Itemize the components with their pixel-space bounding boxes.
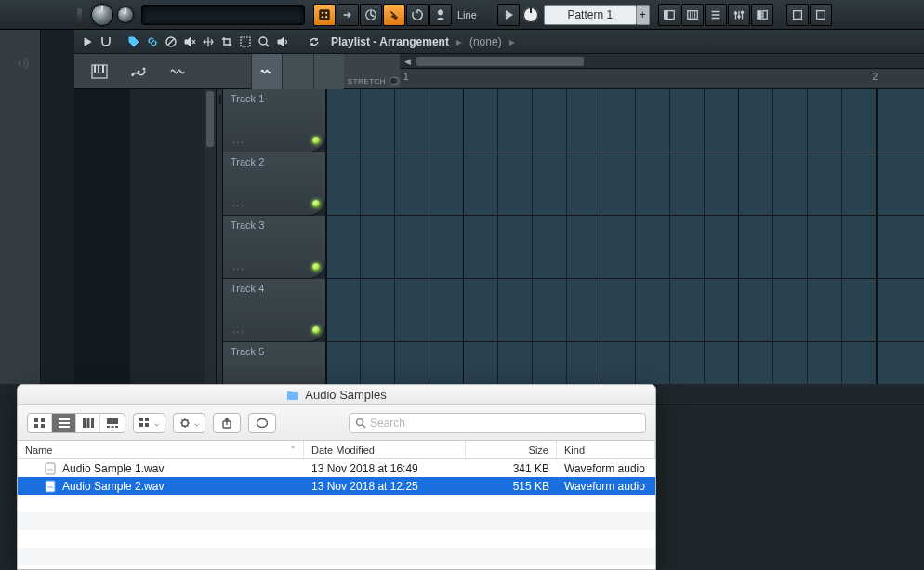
track-menu-icon[interactable]: ... [232, 323, 244, 336]
svg-point-11 [734, 11, 737, 14]
timeline-ruler[interactable]: 1 2 [400, 69, 924, 89]
mute-icon[interactable] [182, 34, 197, 49]
play-button[interactable] [497, 4, 520, 26]
blend-recording-button[interactable] [383, 4, 405, 26]
track-header[interactable]: Track 2 ... [223, 152, 325, 216]
file-date: 13 Nov 2018 at 16:49 [304, 462, 466, 475]
magnet-icon[interactable] [99, 34, 113, 49]
arrange-dropdown[interactable]: ⌵ [133, 413, 165, 433]
view-pianoroll-button[interactable] [681, 4, 704, 26]
playlist-header: Playlist - Arrangement ▸ (none) ▸ [74, 30, 924, 54]
sync-icon[interactable] [307, 34, 322, 49]
stretch-label: STRETCH [348, 77, 386, 86]
playlist-menu-icon[interactable] [80, 34, 95, 49]
main-volume-knob[interactable] [91, 4, 113, 26]
cpu-meter-icon [77, 8, 82, 27]
svg-rect-36 [59, 426, 70, 428]
tags-button[interactable] [248, 413, 276, 433]
finder-search-input[interactable] [370, 417, 640, 430]
zoom-icon[interactable] [257, 34, 271, 49]
link-icon[interactable] [145, 34, 160, 49]
playlist-grid[interactable] [325, 89, 924, 384]
scroll-left-icon[interactable]: ◀ [400, 54, 415, 69]
scroll-thumb[interactable] [416, 57, 584, 66]
crop-icon[interactable] [219, 34, 234, 49]
track-name: Track 2 [231, 156, 264, 167]
vscroll-thumb[interactable] [206, 91, 214, 147]
undo-button[interactable] [786, 4, 809, 26]
countdown-button[interactable] [360, 4, 382, 26]
speaker-icon[interactable] [275, 34, 290, 49]
column-view-button[interactable] [76, 414, 100, 432]
track-active-led-icon[interactable] [312, 326, 320, 334]
gallery-view-button[interactable] [100, 414, 125, 432]
step-edit-button[interactable] [429, 4, 452, 26]
tracks-vscroll[interactable] [205, 89, 216, 384]
view-channelrack-button[interactable] [705, 4, 727, 26]
svg-rect-1 [322, 11, 324, 14]
tab-pattern[interactable] [313, 54, 344, 89]
metronome-button[interactable] [313, 4, 336, 26]
view-browser-button[interactable] [751, 4, 773, 26]
no-icon[interactable] [164, 34, 178, 49]
wait-for-input-button[interactable] [337, 4, 359, 26]
loop-recording-button[interactable] [406, 4, 429, 26]
finder-search[interactable] [349, 413, 646, 433]
tab-waveform[interactable] [251, 54, 282, 89]
snap-label[interactable]: Line [457, 9, 477, 20]
song-position-knob[interactable] [523, 7, 538, 22]
track-active-led-icon[interactable] [312, 263, 320, 271]
track-menu-icon[interactable]: ... [232, 259, 244, 272]
col-kind[interactable]: Kind [557, 441, 655, 458]
arrows-icon[interactable] [201, 34, 216, 49]
svg-rect-38 [86, 418, 89, 428]
track-active-led-icon[interactable] [312, 137, 320, 144]
col-name[interactable]: Name˄ [18, 441, 304, 458]
track-menu-icon[interactable]: ... [232, 133, 244, 146]
playlist-title: Playlist - Arrangement [331, 35, 449, 48]
track-header[interactable]: Track 1 ... [223, 89, 325, 152]
browser-collapsed-strip[interactable] [0, 30, 41, 384]
tag-icon[interactable] [126, 34, 141, 49]
automation-icon[interactable] [130, 63, 147, 80]
svg-rect-34 [59, 418, 70, 420]
stretch-toggle[interactable] [389, 77, 400, 85]
pattern-add-button[interactable]: + [637, 5, 650, 25]
finder-window[interactable]: Audio Samples ⌵ ⌵ [17, 384, 656, 570]
file-size: 515 KB [466, 480, 557, 493]
timeline-scrollbar[interactable]: ◀ [400, 54, 924, 69]
col-date[interactable]: Date Modified [304, 441, 466, 458]
chevron-right-icon: ▸ [509, 35, 515, 48]
col-size[interactable]: Size [466, 441, 557, 458]
view-mixer-button[interactable] [728, 4, 750, 26]
fl-main-toolbar: Line Pattern 1 + [0, 0, 924, 30]
finder-titlebar[interactable]: Audio Samples [18, 385, 655, 405]
finder-columns[interactable]: Name˄ Date Modified Size Kind [18, 441, 655, 459]
view-mode-segmented[interactable] [27, 413, 125, 433]
share-button[interactable] [213, 413, 241, 433]
file-size: 341 KB [466, 462, 557, 475]
piano-icon[interactable] [91, 63, 108, 80]
track-header[interactable]: Track 3 ... [223, 216, 325, 279]
track-header[interactable]: Track 4 ... [223, 279, 325, 342]
svg-rect-15 [763, 10, 767, 19]
svg-rect-32 [34, 424, 38, 428]
view-playlist-button[interactable] [658, 4, 680, 26]
action-dropdown[interactable]: ⌵ [173, 413, 205, 433]
save-button[interactable] [810, 4, 832, 26]
icon-view-button[interactable] [28, 414, 52, 432]
audio-track-icon[interactable] [169, 63, 186, 80]
list-view-button[interactable] [52, 414, 76, 432]
select-icon[interactable] [238, 34, 253, 49]
svg-point-50 [257, 418, 268, 427]
arrangement-name[interactable]: (none) [469, 35, 502, 48]
track-active-led-icon[interactable] [312, 200, 320, 207]
tab-curve[interactable] [282, 54, 312, 89]
pattern-selector[interactable]: Pattern 1 [544, 5, 637, 25]
track-menu-icon[interactable]: ... [232, 196, 244, 209]
chevron-down-icon: ⌵ [154, 418, 159, 428]
file-row[interactable]: Audio Sample 2.wav 13 Nov 2018 at 12:25 … [18, 477, 655, 495]
file-row[interactable]: Audio Sample 1.wav 13 Nov 2018 at 16:49 … [18, 459, 655, 477]
main-pitch-knob[interactable] [117, 7, 134, 23]
track-resize-gutter[interactable] [216, 89, 223, 384]
